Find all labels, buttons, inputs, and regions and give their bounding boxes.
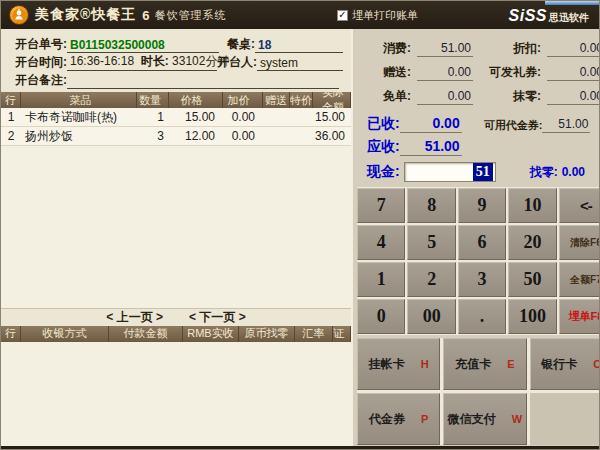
remark-label: 开台备注: — [15, 72, 67, 89]
key-00[interactable]: 00 — [407, 299, 455, 334]
order-table-header: 行 菜品 数量 价格 加价 赠送 特价 实际金额 — [1, 92, 351, 108]
cash-input-value: 51 — [473, 163, 493, 181]
cash-label: 现金: — [367, 163, 400, 181]
col-special: 特价 — [290, 92, 313, 108]
main-area: 开台单号: B0115032500008 餐桌: 18 开台时间: 16:36-… — [1, 29, 599, 446]
cell-markup: 0.00 — [223, 110, 263, 124]
col-amount: 实际金额 — [313, 92, 351, 108]
open-time-label: 开台时间: — [15, 54, 67, 71]
shortcut-key: C — [593, 358, 600, 370]
key-3[interactable]: 3 — [458, 262, 506, 297]
key-dot[interactable]: . — [458, 299, 506, 334]
col-gift: 赠送 — [263, 92, 290, 108]
shortcut-key: W — [512, 413, 522, 425]
key-10[interactable]: 10 — [508, 188, 556, 223]
col-line: 行 — [1, 326, 21, 342]
info-row-remark: 开台备注: — [15, 71, 343, 89]
due-value: 51.00 — [400, 138, 462, 156]
shortcut-key: E — [507, 358, 514, 370]
rounding-label: 抹零: — [479, 88, 541, 105]
cell-price: 15.00 — [169, 110, 223, 124]
checkbox-checked-icon[interactable] — [337, 10, 348, 21]
col-rate: 汇率 — [295, 326, 333, 342]
app-title: 美食家®快餐王 — [35, 6, 136, 24]
next-page-button[interactable]: < 下一页 > — [189, 309, 246, 326]
col-line: 行 — [1, 92, 21, 108]
gift-label: 赠送: — [367, 64, 411, 81]
bill-no-label: 开台单号: — [15, 36, 67, 53]
cell-price: 12.00 — [169, 129, 223, 143]
due-label: 应收: — [367, 138, 400, 156]
col-method: 收银方式 — [21, 326, 109, 342]
bottom-border-strip — [1, 446, 599, 450]
key-8[interactable]: 8 — [407, 188, 455, 223]
pagination: < 上一页 > < 下一页 > — [1, 309, 351, 326]
credit-card-button[interactable]: 挂帐卡 H — [357, 338, 440, 390]
key-20[interactable]: 20 — [508, 225, 556, 260]
key-6[interactable]: 6 — [458, 225, 506, 260]
coupon-issue-value: 0.00 — [547, 65, 600, 81]
system-name: 餐饮管理系统 — [155, 8, 227, 23]
key-50[interactable]: 50 — [508, 262, 556, 297]
key-7[interactable]: 7 — [357, 188, 405, 223]
title-bar: 美食家®快餐王 6 餐饮管理系统 埋单打印账单 SiSS 思迅软件 — [1, 1, 599, 29]
col-markup: 加价 — [223, 92, 263, 108]
col-price: 价格 — [169, 92, 223, 108]
print-bill-label: 埋单打印账单 — [352, 8, 418, 23]
stored-value-card-button[interactable]: 充值卡 E — [443, 338, 526, 390]
clear-f6-key[interactable]: 清除F6 — [559, 225, 600, 260]
order-row-1[interactable]: 1 卡布奇诺咖啡(热) 1 15.00 0.00 15.00 — [1, 108, 351, 127]
cell-line: 2 — [1, 129, 21, 143]
numeric-keypad: 7 8 9 10 <- 4 5 6 20 清除F6 1 2 3 50 全额F7 … — [357, 187, 600, 335]
change-label: 找零: — [530, 164, 558, 181]
print-bill-checkbox[interactable]: 埋单打印账单 — [337, 1, 418, 29]
backspace-key[interactable]: <- — [559, 188, 600, 223]
order-panel: 开台单号: B0115032500008 餐桌: 18 开台时间: 16:36-… — [1, 29, 353, 446]
cell-line: 1 — [1, 110, 21, 124]
coupon-issue-label: 可发礼券: — [479, 64, 541, 81]
key-5[interactable]: 5 — [407, 225, 455, 260]
shortcut-key: P — [421, 413, 428, 425]
key-4[interactable]: 4 — [357, 225, 405, 260]
app-logo-icon — [9, 5, 29, 25]
col-dish: 菜品 — [21, 92, 137, 108]
settle-f8-key[interactable]: 埋单F8 — [559, 299, 600, 334]
payment-table-header: 行 收银方式 付款金额 RMB实收 原币找零 汇率 凭证号 — [1, 326, 351, 342]
bill-no-value: B0115032500008 — [67, 38, 219, 53]
order-table-empty-area — [1, 146, 351, 309]
cell-dish: 扬州炒饭 — [21, 128, 137, 145]
full-amount-f7-key[interactable]: 全额F7 — [559, 262, 600, 297]
key-9[interactable]: 9 — [458, 188, 506, 223]
key-100[interactable]: 100 — [508, 299, 556, 334]
key-0[interactable]: 0 — [357, 299, 405, 334]
key-1[interactable]: 1 — [357, 262, 405, 297]
cash-input[interactable]: 51 — [404, 162, 496, 182]
payment-method-buttons: 挂帐卡 H 充值卡 E 银行卡 C 代金券 P 微信支付 W — [357, 338, 600, 445]
info-row-bill: 开台单号: B0115032500008 餐桌: 18 — [15, 35, 343, 53]
open-time-value: 16:36-16:18 时长: 33102分钟 — [67, 53, 217, 71]
col-rmb-received: RMB实收 — [183, 326, 239, 342]
order-row-2[interactable]: 2 扬州炒饭 3 12.00 0.00 36.00 — [1, 127, 351, 146]
cell-amount: 15.00 — [313, 110, 351, 124]
free-label: 免单: — [367, 88, 411, 105]
operator-label: 开台人: — [217, 54, 257, 71]
col-paid-amount: 付款金额 — [109, 326, 183, 342]
wechat-pay-button[interactable]: 微信支付 W — [443, 393, 526, 445]
rounding-value: 0.00 — [547, 89, 600, 105]
received-value: 0.00 — [400, 115, 462, 133]
discount-label: 折扣: — [479, 40, 541, 57]
payment-table-empty-area — [1, 342, 351, 446]
order-info: 开台单号: B0115032500008 餐桌: 18 开台时间: 16:36-… — [1, 29, 351, 92]
pos-checkout-window: 美食家®快餐王 6 餐饮管理系统 埋单打印账单 SiSS 思迅软件 开台单号: … — [0, 0, 600, 450]
remark-value[interactable] — [67, 88, 339, 89]
empty-button-slot — [530, 393, 600, 445]
change-value: 0.00 — [562, 165, 585, 179]
prev-page-button[interactable]: < 上一页 > — [106, 309, 163, 326]
bank-card-button[interactable]: 银行卡 C — [530, 338, 600, 390]
col-orig-change: 原币找零 — [239, 326, 295, 342]
vendor-brand: SiSS — [509, 7, 547, 25]
gift-value: 0.00 — [417, 65, 473, 81]
voucher-button[interactable]: 代金券 P — [357, 393, 440, 445]
key-2[interactable]: 2 — [407, 262, 455, 297]
vendor-logo: SiSS 思迅软件 — [509, 1, 589, 29]
